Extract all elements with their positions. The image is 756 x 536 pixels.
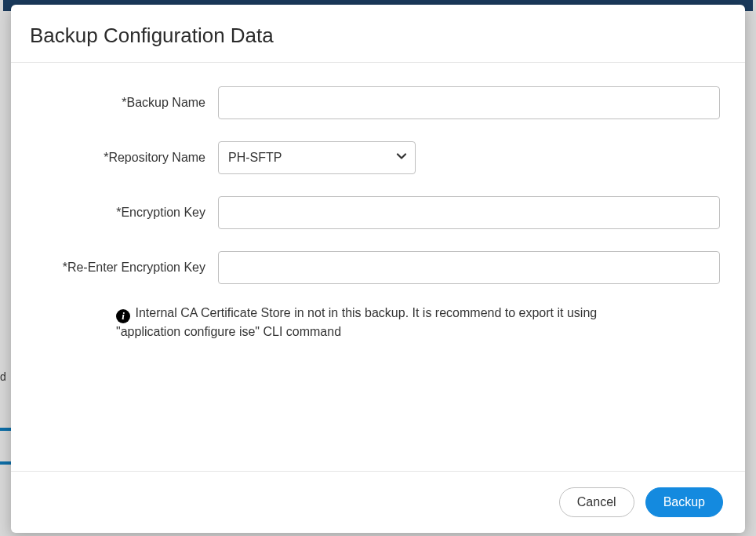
cancel-button[interactable]: Cancel (559, 487, 634, 517)
backdrop-stripe-1 (0, 428, 11, 431)
backup-name-input[interactable] (218, 86, 720, 119)
label-encryption-key: *Encryption Key (30, 206, 218, 220)
repository-selected-value: PH-SFTP (228, 151, 282, 165)
backup-button[interactable]: Backup (645, 487, 723, 517)
backup-config-modal: Backup Configuration Data *Backup Name *… (11, 5, 745, 533)
row-repository-name: *Repository Name PH-SFTP (30, 141, 726, 174)
reenter-encryption-key-input[interactable] (218, 251, 720, 284)
label-reenter-encryption-key: *Re-Enter Encryption Key (30, 261, 218, 275)
info-note-content: Internal CA Certificate Store in not in … (116, 306, 597, 338)
modal-body: *Backup Name *Repository Name PH-SFTP *E… (11, 63, 745, 471)
label-repository-name: *Repository Name (30, 151, 218, 165)
backdrop-fragment-text: d (0, 370, 6, 383)
row-reenter-encryption-key: *Re-Enter Encryption Key (30, 251, 726, 284)
label-backup-name: *Backup Name (30, 96, 218, 110)
encryption-key-input[interactable] (218, 196, 720, 229)
modal-footer: Cancel Backup (11, 471, 745, 533)
row-encryption-key: *Encryption Key (30, 196, 726, 229)
info-note-text: i Internal CA Certificate Store in not i… (116, 304, 626, 341)
modal-title: Backup Configuration Data (30, 24, 726, 48)
row-backup-name: *Backup Name (30, 86, 726, 119)
repository-name-select[interactable]: PH-SFTP (218, 141, 416, 174)
backdrop-stripe-2 (0, 461, 11, 465)
modal-header: Backup Configuration Data (11, 5, 745, 63)
info-note-row: i Internal CA Certificate Store in not i… (30, 304, 626, 341)
info-icon: i (116, 309, 130, 323)
